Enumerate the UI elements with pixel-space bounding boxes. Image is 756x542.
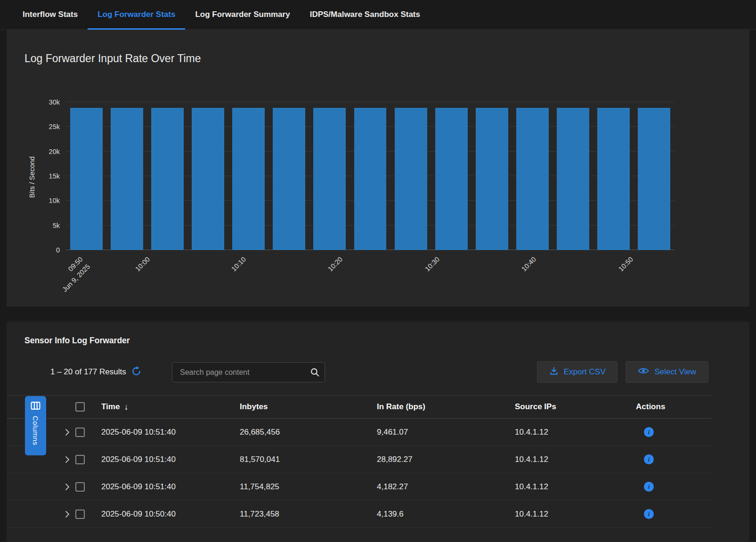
data-table: Time ↓ Inbytes In Rate (bps) Source IPs … — [7, 395, 712, 528]
chart-bar — [70, 108, 103, 250]
tab-label: Interflow Stats — [23, 10, 78, 19]
col-header-inbytes[interactable]: Inbytes — [236, 402, 373, 412]
table-row[interactable]: 2025-06-09 10:51:40 26,685,456 9,461.07 … — [7, 419, 712, 446]
chart-bar — [435, 108, 468, 250]
cell-sourceips: 10.4.1.12 — [511, 428, 632, 437]
x-axis-tick-label: 10:50 — [616, 255, 635, 274]
cell-inbytes: 11,754,825 — [236, 482, 373, 492]
cell-inrate: 28,892.27 — [373, 455, 511, 464]
select-all-checkbox[interactable] — [75, 402, 85, 412]
search-input[interactable] — [172, 368, 305, 377]
chart-bar — [476, 108, 508, 250]
chart-bar — [557, 108, 589, 250]
columns-button-label: Columns — [32, 416, 40, 445]
info-icon[interactable]: i — [644, 454, 654, 464]
chart-bar — [597, 108, 630, 250]
y-axis-tick-label: 25k — [49, 123, 60, 130]
table-row[interactable]: 2025-06-09 10:50:40 11,723,458 4,139.6 1… — [7, 501, 712, 528]
columns-grid-icon — [31, 401, 41, 412]
cell-time: 2025-06-09 10:51:40 — [97, 455, 236, 464]
toolbar-actions: Export CSV Select View — [537, 361, 708, 383]
chart-bar — [516, 108, 549, 250]
col-header-time-label: Time — [101, 402, 120, 412]
cell-inbytes: 11,723,458 — [236, 510, 373, 519]
cell-sourceips: 10.4.1.12 — [511, 510, 632, 519]
y-axis-title: Bits / Second — [28, 156, 36, 198]
chart-bar — [313, 108, 346, 250]
tab-bar: Interflow Stats Log Forwarder Stats Log … — [0, 0, 756, 30]
select-view-label: Select View — [654, 367, 696, 377]
col-header-sourceips[interactable]: Source IPs — [511, 402, 632, 412]
chevron-right-icon[interactable] — [65, 456, 70, 463]
x-axis-tick-label: 10:30 — [423, 255, 442, 274]
table-header-row: Time ↓ Inbytes In Rate (bps) Source IPs … — [7, 395, 712, 419]
results-count: 1 – 20 of 177 Results — [50, 361, 141, 383]
arrow-down-icon[interactable]: ↓ — [124, 402, 128, 412]
x-axis-tick-label: 10:10 — [229, 255, 248, 274]
results-text: 1 – 20 of 177 Results — [50, 367, 126, 377]
tab-label: Log Forwarder Stats — [98, 10, 175, 19]
info-icon[interactable]: i — [644, 482, 654, 492]
table-toolbar: 1 – 20 of 177 Results — [7, 361, 749, 383]
tab[interactable]: Interflow Stats — [13, 0, 88, 29]
download-icon — [549, 366, 559, 378]
eye-icon — [638, 367, 649, 377]
select-view-button[interactable]: Select View — [626, 361, 708, 383]
x-axis-tick-label: 10:40 — [520, 255, 539, 274]
cell-sourceips: 10.4.1.12 — [511, 482, 632, 492]
cell-sourceips: 10.4.1.12 — [511, 455, 632, 464]
x-axis-tick-label: 10:20 — [326, 255, 345, 274]
cell-time: 2025-06-09 10:51:40 — [97, 482, 236, 492]
col-header-inrate[interactable]: In Rate (bps) — [373, 402, 511, 412]
x-axis-tick-label: 10:00 — [133, 255, 152, 274]
chart-bar — [192, 108, 224, 250]
chart-plot: 05k10k15k20k25k30k09:50Jun 9, 202510:001… — [66, 102, 675, 250]
row-checkbox[interactable] — [75, 455, 85, 464]
export-csv-label: Export CSV — [564, 367, 606, 377]
columns-button[interactable]: Columns — [25, 396, 46, 455]
y-axis-tick-label: 5k — [53, 222, 60, 229]
chevron-right-icon[interactable] — [65, 510, 70, 518]
y-axis-tick-label: 10k — [49, 197, 60, 204]
row-checkbox[interactable] — [75, 482, 85, 492]
chart-bar — [232, 108, 265, 250]
cell-inrate: 4,139.6 — [373, 510, 511, 519]
y-axis-tick-label: 30k — [49, 98, 60, 106]
cell-inrate: 4,182.27 — [373, 482, 511, 492]
cell-inbytes: 81,570,041 — [236, 455, 373, 464]
y-axis-tick-label: 15k — [49, 172, 60, 180]
export-csv-button[interactable]: Export CSV — [537, 361, 618, 383]
chevron-right-icon[interactable] — [65, 429, 70, 436]
table-panel: Sensor Info Log Forwarder 1 – 20 of 177 … — [7, 322, 749, 542]
table-row[interactable]: 2025-06-09 10:51:40 11,754,825 4,182.27 … — [7, 473, 712, 501]
chart-bar — [354, 108, 387, 250]
info-icon[interactable]: i — [644, 509, 654, 519]
tab[interactable]: Log Forwarder Summary — [185, 0, 300, 29]
cell-inrate: 9,461.07 — [373, 428, 511, 437]
cell-inbytes: 26,685,456 — [236, 428, 373, 437]
tab-label: IDPS/Malware Sandbox Stats — [310, 10, 420, 19]
tab-label: Log Forwarder Summary — [195, 10, 290, 19]
x-axis-tick-label: 09:50Jun 9, 2025 — [53, 255, 92, 294]
tab[interactable]: Log Forwarder Stats — [88, 0, 185, 29]
cell-time: 2025-06-09 10:50:40 — [97, 510, 236, 519]
tab[interactable]: IDPS/Malware Sandbox Stats — [300, 0, 430, 29]
table-row[interactable]: 2025-06-09 10:51:40 81,570,041 28,892.27… — [7, 446, 712, 473]
refresh-button[interactable] — [131, 366, 141, 378]
search-icon[interactable] — [305, 367, 325, 377]
refresh-icon — [131, 366, 141, 378]
chevron-right-icon[interactable] — [65, 483, 70, 491]
info-icon[interactable]: i — [644, 427, 654, 437]
table-section-title: Sensor Info Log Forwarder — [24, 336, 130, 346]
row-checkbox[interactable] — [75, 510, 85, 519]
search-box — [172, 362, 325, 382]
chart-bar — [273, 108, 305, 250]
page: Interflow Stats Log Forwarder Stats Log … — [0, 0, 756, 542]
col-header-time[interactable]: Time ↓ — [97, 402, 236, 412]
y-axis-tick-label: 20k — [49, 148, 60, 155]
row-checkbox[interactable] — [75, 428, 85, 437]
chart-title: Log Forwarder Input Rate Over Time — [24, 52, 201, 65]
chart-bar — [395, 108, 427, 250]
cell-time: 2025-06-09 10:51:40 — [97, 428, 236, 437]
gridline — [66, 102, 675, 102]
